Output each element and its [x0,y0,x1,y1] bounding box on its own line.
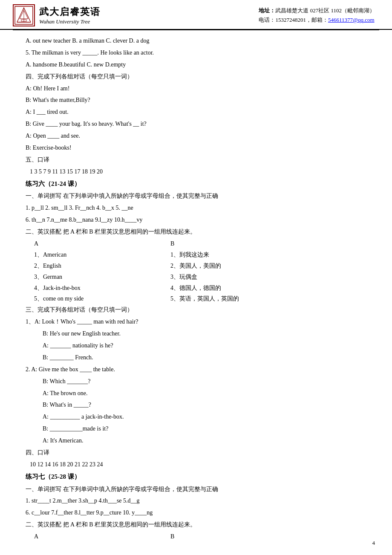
logo-icon [14,6,33,25]
logo-box [13,4,35,26]
ex6-s1-r2: 6. th__n 7.n__me 8.b__nana 9.l__zy 10.h_… [26,214,371,225]
section5-title: 五、口译 [26,154,371,165]
ex7-col-a-header: A [26,531,136,542]
oral-nums-5: 1 3 5 7 9 11 13 15 17 18 19 20 [30,166,103,177]
ex6-match-row-4: 4、Jack-in-the-box 4、德国人，德国的 [26,283,371,294]
ex6-title: 练习六（21-24 课） [26,178,371,190]
page: 武大启睿英语 Wuhan University Tree 地址：武昌雄楚大道 0… [0,0,392,555]
ex6-col-b-header: B [136,238,264,249]
ex7-s1-r1: 1. str____t 2.m__ther 3.sh__p 4.th___se … [26,495,371,506]
dialog4-1: A: Oh! Here I am! [26,83,371,94]
dialog4-6: B: Exercise-books! [26,142,371,153]
address-line: 地址：武昌雄楚大道 027社区 1102（毗邻南湖） [259,6,375,15]
contact-line: 电话：15327248201，邮箱：546611377@qq.com [259,15,375,25]
ex6-match-a-1: 1、American [26,249,136,260]
school-name-en: Wuhan University Tree [39,18,101,25]
ex6-match-row-5: 5、come on my side 5、英语，英国人，英国的 [26,293,371,304]
ex6-match-row-1: 1、American 1、到我这边来 [26,249,371,260]
ex7-s2-title: 二、英汉搭配 把 A 栏和 B 栏里英汉意思相同的一组用线连起来。 [26,519,371,530]
ex7-s1-title: 一、单词拼写 在下列单词中填入所缺的字母或字母组合，使其完整与正确 [26,484,371,495]
ex6-s3-title: 三、完成下列各组对话（每空只填一词） [26,304,371,315]
ex6-s1-title: 一、单词拼写 在下列单词中填入所缺的字母或字母组合，使其完整与正确 [26,191,371,202]
page-number: 4 [372,540,375,546]
ex6-dialog2-a2: A: __________ a jack-in-the-box. [26,411,371,422]
ex6-match-row-3: 3、German 3、玩偶盒 [26,272,371,283]
ex6-dialog2-q: 2. A: Give me the box ____ the table. [26,364,371,375]
ex6-s1-r1: 1. p__ll 2. sm__ll 3. Fr__nch 4. b__x 5.… [26,202,371,214]
ex6-dialog1-q: 1、A: Look！Who's _____ man with red hair? [26,316,371,327]
dialog4-5: A: Open ____ and see. [26,130,371,142]
ex7-col-b-header: B [136,531,264,542]
header-right: 地址：武昌雄楚大道 027社区 1102（毗邻南湖） 电话：1532724820… [259,6,375,25]
oral-nums-4b: 10 12 14 16 18 20 21 22 23 24 [30,459,103,470]
dialog4-3: A: I ___ tired out. [26,107,371,118]
main-content: A. out new teacher B. a milkman C. cleve… [0,30,392,551]
header-left: 武大启睿英语 Wuhan University Tree [13,4,101,26]
ex6-dialog1-a2: A: _______ nationality is he? [26,340,371,351]
ex6-match-a-5: 5、come on my side [26,293,136,304]
phone-label: 电话： [259,17,275,23]
ex6-dialog1-b2: B: ________ French. [26,352,371,363]
ex6-s2-title: 二、英汉搭配 把 A 栏和 B 栏里英汉意思相同的一组用线连起来。 [26,226,371,237]
section4-title: 四、完成下列各组对话（每空只填一词） [26,71,371,82]
ex6-dialog2-b2: B: What's in _____? [26,399,371,410]
ex6-dialog2-a3: A: It's American. [26,435,371,446]
email-label: 邮箱： [311,17,328,23]
ex6-match-b-3: 3、玩偶盒 [136,272,264,283]
ex7-matching-header: A B [26,531,371,542]
ex7-s1-r2: 6. c__lour 7.f__ther 8.l__tter 9.p__ctur… [26,507,371,518]
school-name-cn: 武大启睿英语 [39,6,101,18]
ex6-dialog1-b: B: He's our new English teacher. [26,328,371,339]
ex6-match-row-2: 2、English 2、美国人，美国的 [26,260,371,272]
oral-nums-4b-row: 10 12 14 16 18 20 21 22 23 24 [26,459,371,470]
dialog4-4: B: Give ____ your bag. It's so heavy. Wh… [26,119,371,130]
oral-nums-5-row: 1 3 5 7 9 11 13 15 17 18 19 20 [26,166,371,177]
q5-text: 5. The milkman is very _____. He looks l… [26,47,371,58]
address-label: 地址： [259,7,275,14]
ex6-dialog2-b1: B: Which _______? [26,376,371,387]
ex6-col-a-header: A [26,238,136,249]
ex6-dialog2-a1: A: The brown one. [26,388,371,399]
address-value: 武昌雄楚大道 027社区 1102（毗邻南湖） [275,7,375,14]
ex6-match-a-4: 4、Jack-in-the-box [26,283,136,294]
ex6-match-b-4: 4、德国人，德国的 [136,283,264,294]
q4-choices: A. out new teacher B. a milkman C. cleve… [26,35,371,46]
ex6-matching-header: A B [26,238,371,249]
dialog4-2: B: What's the matter,Billy? [26,95,371,106]
header: 武大启睿英语 Wuhan University Tree 地址：武昌雄楚大道 0… [0,0,392,30]
ex6-match-b-2: 2、美国人，美国的 [136,260,264,272]
section4b-title: 四、口译 [26,447,371,458]
ex6-match-a-2: 2、English [26,260,136,272]
ex6-match-b-5: 5、英语，英国人，英国的 [136,293,264,304]
ex6-match-a-3: 3、German [26,272,136,283]
q5-choices: A. handsome B.beautiful C. new D.empty [26,59,371,70]
phone-value: 15327248201 [275,17,306,23]
school-name-block: 武大启睿英语 Wuhan University Tree [39,6,101,25]
ex6-dialog2-b3: B: ___________made is it? [26,423,371,434]
ex6-match-b-1: 1、到我这边来 [136,249,264,260]
email-link[interactable]: 546611377@qq.com [328,17,375,23]
ex6-matching-items: 1、American 1、到我这边来 2、English 2、美国人，美国的 3… [26,249,371,304]
ex7-title: 练习七（25-28 课） [26,471,371,483]
